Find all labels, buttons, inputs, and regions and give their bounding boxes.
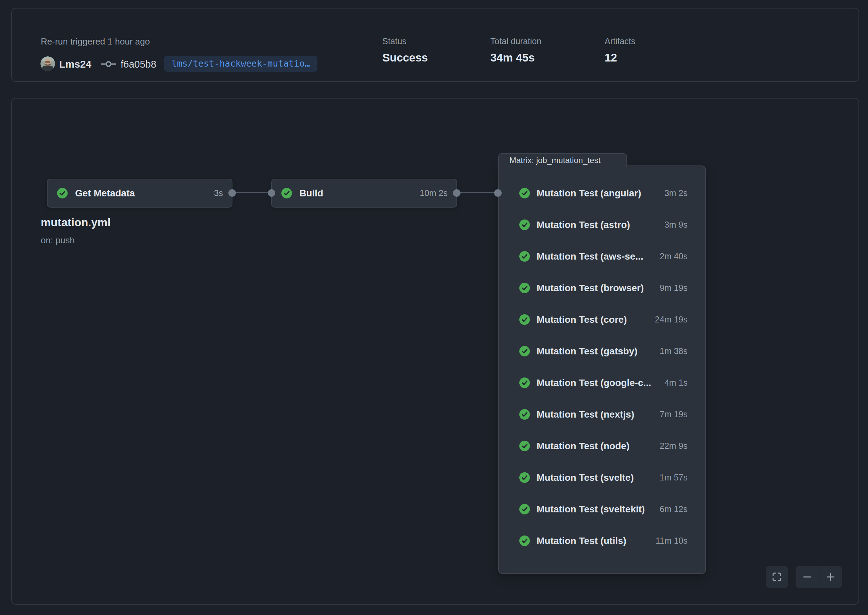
total-duration-value: 34m 45s: [490, 51, 535, 64]
job-name: Mutation Test (browser): [537, 283, 644, 293]
matrix-job-row[interactable]: Mutation Test (svelte) 1m 57s: [519, 462, 687, 493]
connector-dot: [453, 189, 461, 197]
matrix-jobs-panel: Mutation Test (angular) 3m 2s Mutation T…: [498, 165, 706, 574]
fullscreen-button[interactable]: [766, 566, 788, 588]
stat-label: Status: [382, 36, 406, 46]
artifacts-count-value: 12: [605, 51, 617, 64]
job-name: Mutation Test (aws-se...: [537, 251, 643, 262]
success-check-icon: [519, 472, 530, 483]
job-node-build[interactable]: Build 10m 2s: [271, 179, 457, 208]
job-name: Mutation Test (angular): [537, 188, 641, 199]
fullscreen-icon: [772, 572, 782, 582]
zoom-in-button[interactable]: [820, 566, 843, 588]
matrix-job-row[interactable]: Mutation Test (sveltekit) 6m 12s: [519, 493, 687, 525]
rerun-timestamp: Re-run triggered 1 hour ago: [41, 36, 150, 47]
run-status-value: Success: [382, 51, 428, 64]
job-duration: 3m 9s: [660, 220, 687, 230]
connector-dot: [268, 189, 275, 197]
matrix-job-row[interactable]: Mutation Test (gatsby) 1m 38s: [519, 336, 687, 367]
success-check-icon: [519, 220, 530, 230]
matrix-job-row[interactable]: Mutation Test (core) 24m 19s: [519, 304, 687, 336]
job-duration: 22m 9s: [655, 441, 687, 451]
success-check-icon: [519, 346, 530, 356]
success-check-icon: [519, 188, 530, 198]
job-duration: 1m 57s: [655, 473, 687, 482]
stat-label: Total duration: [490, 36, 542, 46]
stat-label: Artifacts: [605, 36, 635, 46]
matrix-job-row[interactable]: Mutation Test (utils) 11m 10s: [519, 525, 687, 557]
job-name: Mutation Test (gatsby): [537, 346, 638, 357]
connector-dot: [494, 189, 502, 197]
connector-dot: [228, 189, 236, 197]
matrix-job-row[interactable]: Mutation Test (angular) 3m 2s: [519, 177, 687, 209]
job-duration: 9m 19s: [655, 283, 687, 293]
success-check-icon: [519, 504, 530, 514]
branch-badge[interactable]: lms/test-hackweek-mutatio…: [164, 56, 317, 72]
success-check-icon: [519, 251, 530, 262]
plus-icon: [826, 572, 836, 582]
node-label: Build: [300, 188, 323, 199]
job-duration: 7m 19s: [655, 409, 687, 419]
job-duration: 1m 38s: [655, 346, 687, 356]
workflow-filename: mutation.yml: [41, 216, 111, 229]
zoom-controls: [796, 566, 842, 588]
matrix-job-row[interactable]: Mutation Test (node) 22m 9s: [519, 430, 687, 462]
matrix-job-row[interactable]: Mutation Test (aws-se... 2m 40s: [519, 240, 687, 272]
commit-sha-link[interactable]: f6a05b8: [121, 59, 156, 70]
job-duration: 24m 19s: [650, 315, 687, 325]
job-duration: 11m 10s: [651, 536, 687, 546]
run-summary-card: Re-run triggered 1 hour ago Lms24: [11, 8, 859, 82]
success-check-icon: [519, 378, 530, 388]
matrix-job-row[interactable]: Mutation Test (browser) 9m 19s: [519, 272, 687, 304]
job-name: Mutation Test (sveltekit): [537, 504, 645, 515]
job-node-get-metadata[interactable]: Get Metadata 3s: [47, 179, 233, 208]
zoom-out-button[interactable]: [796, 566, 819, 588]
workflow-graph-card: mutation.yml on: push: [11, 98, 859, 605]
graph-edge: [457, 192, 498, 194]
minus-icon: [802, 572, 812, 582]
graph-edge: [232, 192, 272, 194]
avatar-photo: [41, 56, 55, 71]
matrix-job-row[interactable]: Mutation Test (astro) 3m 9s: [519, 209, 687, 240]
workflow-run-page: Re-run triggered 1 hour ago Lms24: [0, 0, 868, 615]
node-label: Get Metadata: [75, 188, 135, 199]
matrix-job-row[interactable]: Mutation Test (google-c... 4m 1s: [519, 367, 687, 398]
actor-login[interactable]: Lms24: [59, 58, 91, 70]
commit-icon: [101, 59, 116, 70]
job-name: Mutation Test (node): [537, 441, 629, 451]
matrix-job-row[interactable]: Mutation Test (nextjs) 7m 19s: [519, 398, 687, 430]
success-check-icon: [519, 535, 530, 546]
job-duration: 2m 40s: [655, 251, 687, 261]
success-check-icon: [281, 188, 292, 198]
workflow-trigger: on: push: [41, 235, 75, 246]
success-check-icon: [519, 283, 530, 293]
job-name: Mutation Test (utils): [537, 535, 626, 546]
job-name: Mutation Test (astro): [537, 220, 630, 230]
job-duration: 3m 2s: [660, 188, 687, 198]
job-name: Mutation Test (svelte): [537, 472, 634, 483]
node-duration: 3s: [214, 188, 223, 198]
matrix-group-tab: Matrix: job_mutation_test: [498, 153, 627, 167]
success-check-icon: [519, 314, 530, 325]
job-name: Mutation Test (google-c...: [537, 378, 651, 389]
job-duration: 4m 1s: [660, 378, 687, 388]
success-check-icon: [519, 409, 530, 420]
matrix-group-title: Matrix: job_mutation_test: [509, 156, 601, 165]
success-check-icon: [57, 188, 68, 198]
job-name: Mutation Test (core): [537, 314, 627, 325]
success-check-icon: [519, 441, 530, 451]
node-duration: 10m 2s: [420, 188, 448, 198]
avatar[interactable]: [41, 56, 55, 71]
job-name: Mutation Test (nextjs): [537, 409, 634, 420]
job-duration: 6m 12s: [655, 504, 687, 514]
